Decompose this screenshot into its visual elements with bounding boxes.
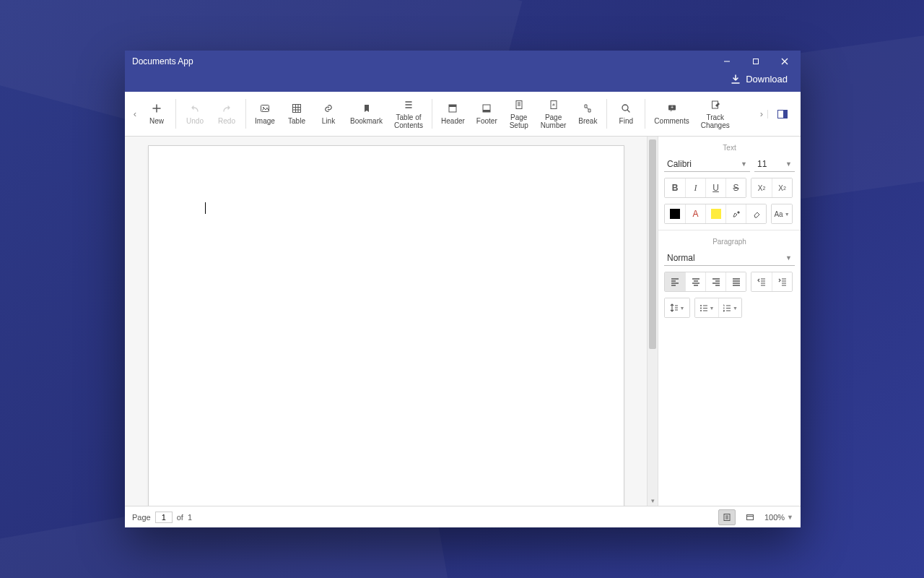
font-color-button[interactable] bbox=[665, 204, 685, 223]
ribbon-scroll-left[interactable]: ‹ bbox=[129, 92, 141, 136]
bullet-list-button[interactable]: ▼ bbox=[695, 298, 718, 317]
change-case-button[interactable]: Aa▼ bbox=[772, 204, 792, 223]
header-button[interactable]: Header bbox=[435, 92, 471, 136]
align-left-button[interactable] bbox=[665, 272, 685, 291]
indent-decrease-icon bbox=[757, 277, 766, 286]
svg-point-19 bbox=[700, 308, 702, 309]
align-justify-button[interactable] bbox=[725, 272, 746, 291]
strikethrough-button[interactable]: S bbox=[725, 178, 746, 197]
chevron-down-icon: ▼ bbox=[680, 306, 685, 311]
text-cursor bbox=[205, 202, 206, 214]
track-changes-button[interactable]: Track Changes bbox=[695, 92, 736, 136]
font-name-dropdown[interactable]: Calibri ▼ bbox=[664, 158, 750, 172]
maximize-button[interactable] bbox=[741, 53, 770, 69]
paragraph-style-dropdown[interactable]: Normal ▼ bbox=[664, 251, 795, 266]
link-icon bbox=[323, 103, 334, 114]
chevron-down-icon: ▼ bbox=[710, 306, 715, 311]
svg-rect-8 bbox=[449, 105, 456, 107]
text-section-title: Text bbox=[664, 142, 795, 158]
track-changes-label: Track Changes bbox=[701, 113, 730, 129]
total-pages: 1 bbox=[188, 513, 192, 522]
highlight-picker[interactable] bbox=[725, 204, 746, 223]
highlight-button[interactable] bbox=[705, 204, 725, 223]
chevron-down-icon: ▼ bbox=[785, 212, 790, 217]
document-viewport[interactable] bbox=[125, 137, 648, 506]
link-label: Link bbox=[322, 117, 335, 125]
bookmark-button[interactable]: Bookmark bbox=[344, 92, 388, 136]
app-window: Documents App Download bbox=[125, 51, 801, 527]
indent-increase-icon bbox=[778, 277, 787, 286]
bold-button[interactable]: B bbox=[665, 178, 685, 197]
undo-button[interactable]: Undo bbox=[179, 92, 211, 136]
current-page-input[interactable] bbox=[155, 512, 173, 523]
break-label: Break bbox=[578, 117, 597, 125]
superscript-button[interactable]: X2 bbox=[751, 178, 772, 197]
chevron-right-icon: › bbox=[760, 108, 763, 119]
image-button[interactable]: Image bbox=[249, 92, 281, 136]
chevron-down-icon: ▼ bbox=[741, 160, 747, 168]
chevron-down-icon: ▼ bbox=[785, 254, 792, 262]
align-justify-icon bbox=[732, 277, 741, 286]
paragraph-style-value: Normal bbox=[667, 253, 695, 263]
subscript-button[interactable]: X2 bbox=[772, 178, 792, 197]
undo-label: Undo bbox=[186, 117, 204, 125]
of-label: of bbox=[177, 513, 183, 522]
table-button[interactable]: Table bbox=[281, 92, 313, 136]
clear-formatting-button[interactable] bbox=[746, 204, 766, 223]
find-button[interactable]: Find bbox=[610, 92, 642, 136]
page-setup-button[interactable]: Page Setup bbox=[503, 92, 535, 136]
link-button[interactable]: Link bbox=[313, 92, 344, 136]
font-size-dropdown[interactable]: 11 ▼ bbox=[754, 158, 795, 172]
page-number-button[interactable]: # Page Number bbox=[535, 92, 572, 136]
page-number-label: Page Number bbox=[541, 113, 567, 129]
new-button[interactable]: New bbox=[141, 92, 173, 136]
line-spacing-button[interactable]: ▼ bbox=[665, 298, 689, 317]
print-layout-view-button[interactable] bbox=[718, 509, 736, 525]
download-button[interactable]: Download bbox=[728, 72, 790, 86]
footer-label: Footer bbox=[476, 117, 497, 125]
panel-toggle-button[interactable] bbox=[767, 110, 796, 118]
ribbon-scroll-right[interactable]: › bbox=[756, 92, 767, 136]
web-layout-view-button[interactable] bbox=[741, 509, 759, 525]
page-setup-icon bbox=[513, 99, 525, 111]
zoom-value: 100% bbox=[764, 513, 785, 522]
search-icon bbox=[620, 103, 632, 114]
align-right-button[interactable] bbox=[705, 272, 725, 291]
indent-decrease-button[interactable] bbox=[751, 272, 772, 291]
panel-toggle-icon bbox=[777, 110, 788, 118]
align-left-icon bbox=[671, 277, 679, 286]
footer-button[interactable]: Footer bbox=[471, 92, 503, 136]
page-view-icon bbox=[723, 513, 731, 522]
download-icon bbox=[731, 74, 741, 85]
indent-increase-button[interactable] bbox=[772, 272, 792, 291]
svg-rect-1 bbox=[754, 59, 759, 64]
bookmark-icon bbox=[361, 103, 372, 114]
highlighter-icon bbox=[732, 210, 741, 218]
zoom-dropdown[interactable]: 100% ▼ bbox=[764, 513, 793, 522]
underline-button[interactable]: U bbox=[705, 178, 725, 197]
document-page[interactable] bbox=[148, 145, 624, 506]
scroll-thumb[interactable] bbox=[649, 139, 656, 349]
redo-button[interactable]: Redo bbox=[211, 92, 243, 136]
svg-text:#: # bbox=[552, 103, 555, 107]
scroll-down-arrow[interactable]: ▾ bbox=[648, 496, 658, 506]
toc-button[interactable]: Table of Contents bbox=[388, 92, 429, 136]
numbered-list-button[interactable]: ▼ bbox=[718, 298, 741, 317]
close-button[interactable] bbox=[770, 53, 799, 69]
svg-rect-6 bbox=[293, 105, 301, 113]
chevron-down-icon: ▼ bbox=[733, 306, 738, 311]
align-center-button[interactable] bbox=[685, 272, 705, 291]
break-button[interactable]: Break bbox=[572, 92, 603, 136]
table-icon bbox=[291, 103, 302, 114]
svg-rect-11 bbox=[516, 100, 522, 108]
minimize-button[interactable] bbox=[712, 53, 741, 69]
comments-button[interactable]: + Comments bbox=[648, 92, 694, 136]
main-area: ▾ Text Calibri ▼ 11 ▼ B I U S bbox=[125, 137, 801, 506]
undo-icon bbox=[189, 103, 201, 114]
italic-button[interactable]: I bbox=[685, 178, 705, 197]
font-color-picker[interactable]: A bbox=[685, 204, 705, 223]
vertical-scrollbar[interactable]: ▾ bbox=[648, 137, 658, 506]
toc-label: Table of Contents bbox=[394, 113, 423, 129]
image-icon bbox=[259, 103, 271, 114]
bookmark-label: Bookmark bbox=[350, 117, 383, 125]
